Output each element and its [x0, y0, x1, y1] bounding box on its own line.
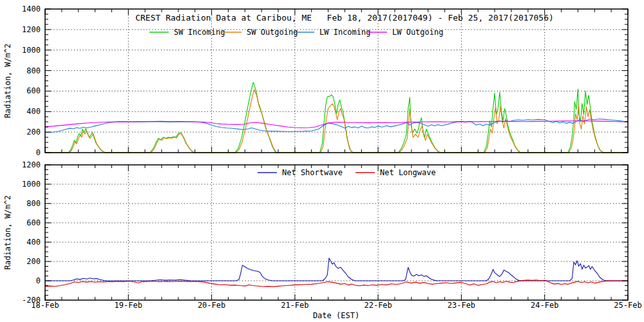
x-tick-label: 23-Feb	[448, 301, 475, 310]
plot-frame	[45, 165, 628, 300]
legend-label: SW Outgoing	[247, 28, 298, 37]
radiation-chart-figure: 0200400600800100012001400Radiation, W/m^…	[0, 0, 644, 322]
y-axis-title: Radiation, W/m^2	[3, 195, 12, 270]
y-tick-label: 1400	[22, 5, 41, 14]
y-tick-label: 0	[36, 276, 41, 285]
y-tick-label: 200	[26, 257, 41, 266]
x-tick-label: 22-Feb	[364, 301, 392, 310]
y-tick-label: 1000	[22, 46, 41, 55]
y-tick-label: 600	[26, 86, 41, 95]
x-axis-title: Date (EST)	[313, 311, 359, 320]
y-tick-label: 0	[36, 148, 41, 157]
y-tick-label: 1200	[22, 160, 41, 169]
y-tick-label: 400	[26, 238, 41, 247]
legend-label: Net Longwave	[380, 168, 436, 177]
y-tick-label: 1000	[22, 180, 41, 189]
x-tick-label: 19-Feb	[115, 301, 142, 310]
chart-canvas: 0200400600800100012001400Radiation, W/m^…	[0, 0, 644, 322]
y-tick-label: 600	[26, 218, 41, 227]
x-tick-label: 25-Feb	[614, 301, 641, 310]
x-tick-label: 24-Feb	[531, 301, 558, 310]
x-tick-label: 21-Feb	[281, 301, 308, 310]
x-tick-label: 18-Feb	[31, 301, 59, 310]
y-tick-label: 800	[26, 199, 41, 208]
y-tick-label: 400	[26, 107, 41, 116]
y-axis-title: Radiation, W/m^2	[3, 44, 12, 118]
x-tick-label: 20-Feb	[198, 301, 225, 310]
legend-label: Net Shortwave	[282, 168, 343, 177]
y-tick-label: 1200	[22, 25, 41, 34]
chart-title: CREST Radiation Data at Caribou, ME Feb …	[135, 13, 554, 23]
y-tick-label: 800	[26, 66, 41, 75]
y-tick-label: 200	[26, 128, 41, 137]
legend-label: LW Outgoing	[392, 28, 443, 37]
legend-label: LW Incoming	[319, 28, 370, 37]
legend-label: SW Incoming	[174, 28, 225, 37]
